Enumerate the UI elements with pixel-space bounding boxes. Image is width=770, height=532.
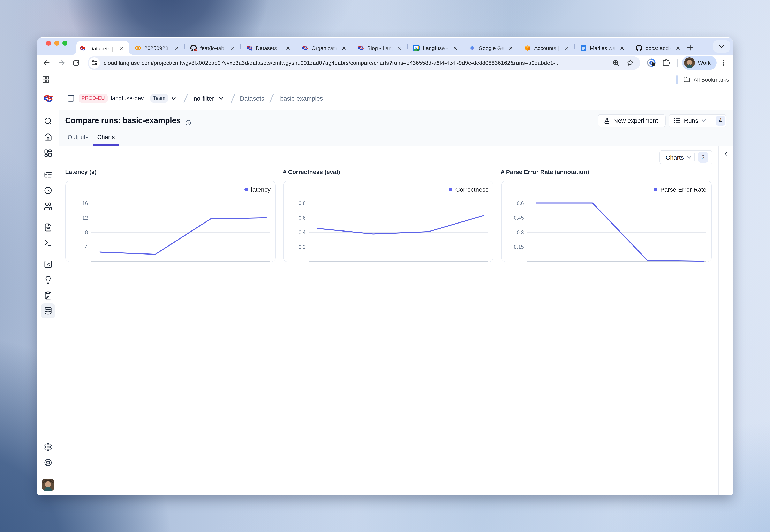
svg-text:6: 6 xyxy=(415,46,417,50)
svg-text:0.15: 0.15 xyxy=(513,244,524,250)
svg-text:0.45: 0.45 xyxy=(513,215,524,221)
svg-text:0.6: 0.6 xyxy=(516,200,524,206)
svg-text:16: 16 xyxy=(82,200,88,206)
svg-text:4: 4 xyxy=(85,244,88,250)
svg-text:0.2: 0.2 xyxy=(299,244,306,250)
svg-text:0.8: 0.8 xyxy=(299,200,306,206)
svg-text:8: 8 xyxy=(85,229,88,235)
svg-text:0.3: 0.3 xyxy=(516,229,524,235)
svg-text:0.6: 0.6 xyxy=(299,215,306,221)
svg-text:0.4: 0.4 xyxy=(299,229,306,235)
svg-text:12: 12 xyxy=(82,215,88,221)
